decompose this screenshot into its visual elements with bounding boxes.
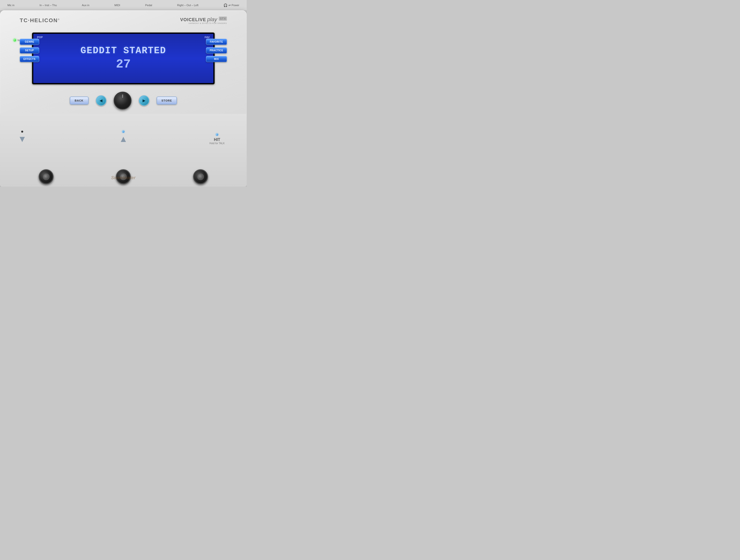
up-arrow-icon: ▲ <box>119 135 128 143</box>
hit-label: HIT Hold for TALK <box>209 137 225 145</box>
pedal-label: Pedal <box>145 4 152 7</box>
jack-center <box>116 169 131 184</box>
stx-text: STX <box>219 16 227 21</box>
right-buttons: FAVORITE PRACTICE MIX <box>206 39 227 62</box>
effects-button[interactable]: EFFECTS <box>20 56 39 62</box>
footswitch-center-led <box>122 131 124 133</box>
brand-tc-helicon: TC·HELICON® <box>20 17 60 24</box>
genre-button[interactable]: GENRE <box>20 39 39 45</box>
in-indicator: In <box>14 39 20 42</box>
connector-labels: Mic in In – Inst – Thu Aux in MIDI Pedal… <box>0 0 247 10</box>
favorite-button[interactable]: FAVORITE <box>206 39 227 45</box>
play-text: play <box>207 16 217 22</box>
nav-right-button[interactable]: ▶ <box>139 95 149 106</box>
down-arrow-icon: ▼ <box>18 135 27 143</box>
display-screen: POP FAV GEDDIT STARTED 27 <box>32 32 214 84</box>
headphone-icon: 🎧 <box>223 3 227 7</box>
in-led <box>14 39 16 41</box>
hit-text: HIT <box>209 137 225 142</box>
footswitch-hit[interactable]: HIT Hold for TALK <box>195 114 239 146</box>
back-button[interactable]: BACK <box>70 97 89 105</box>
usb-icon: ⇌ <box>228 4 230 7</box>
power-label: Power <box>232 4 239 7</box>
aux-in-label: Aux in <box>82 4 90 7</box>
midi-label: MIDI <box>114 4 120 7</box>
setup-button[interactable]: SETUP <box>20 47 39 53</box>
footswitch-down[interactable]: ▼ <box>12 114 32 146</box>
main-knob[interactable] <box>114 92 131 109</box>
left-buttons: GENRE SETUP EFFECTS <box>20 39 39 62</box>
in-text: In <box>17 39 20 42</box>
voicelive-text: VOICELIVE <box>180 17 206 22</box>
display-pop-label: POP <box>37 36 43 39</box>
brand-voicelive: VOICELIVE play STX HARMONY & EFFECTS FOR… <box>180 16 227 24</box>
practice-button[interactable]: PRACTICE <box>206 47 227 53</box>
jack-right <box>193 169 208 184</box>
mix-button[interactable]: MIX <box>206 56 227 62</box>
nav-left-button[interactable]: ◀ <box>96 95 106 106</box>
display-fav-label: FAV <box>204 36 210 39</box>
foot-section: ▼ ▲ HIT Hold for TALK <box>0 114 247 187</box>
mic-in-label: Mic in <box>7 4 15 7</box>
brand-subtitle: HARMONY & EFFECTS FOR SINGERS <box>180 22 227 24</box>
footswitch-up[interactable]: ▲ <box>113 114 133 146</box>
controls-row: BACK ◀ ▶ STORE <box>0 92 247 109</box>
device-body: TC·HELICON® VOICELIVE play STX HARMONY &… <box>0 10 247 187</box>
jack-left <box>39 169 54 184</box>
connector-icons: 🎧 ⇌ Power <box>223 3 239 7</box>
jacks-row <box>0 169 247 184</box>
store-button[interactable]: STORE <box>157 97 177 105</box>
right-out-left-label: Right – Out – Left <box>177 4 198 7</box>
in-inst-thu-label: In – Inst – Thu <box>39 4 57 7</box>
footswitch-right-led <box>216 134 218 135</box>
display-number: 27 <box>116 57 131 71</box>
brand-area: TC·HELICON® VOICELIVE play STX HARMONY &… <box>0 16 247 24</box>
display-main-text: GEDDIT STARTED <box>80 45 166 56</box>
hold-for-talk-text: Hold for TALK <box>209 142 225 145</box>
footswitch-left-led <box>21 131 23 133</box>
display-inner: POP FAV GEDDIT STARTED 27 <box>33 34 213 83</box>
